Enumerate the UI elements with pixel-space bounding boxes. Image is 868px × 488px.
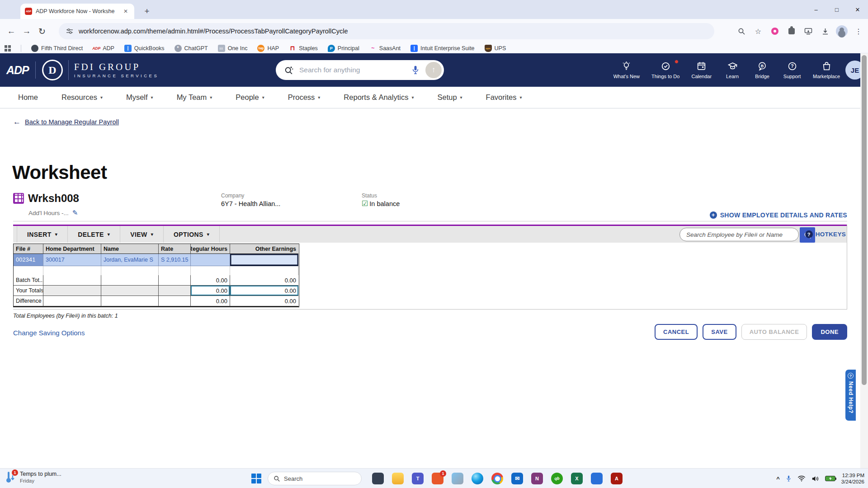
quickbooks-app-icon[interactable]: qb — [551, 473, 563, 484]
cell-other-earnings-selected[interactable] — [230, 254, 298, 266]
remote-desktop-icon[interactable] — [591, 473, 603, 484]
browser-devices-icon[interactable] — [802, 24, 815, 38]
whats-new-button[interactable]: What's New — [613, 61, 640, 79]
bookmark-principal[interactable]: PPrincipal — [328, 45, 359, 52]
file-explorer-icon[interactable] — [392, 473, 404, 484]
taskbar-search-field[interactable] — [268, 472, 362, 485]
employee-search-field[interactable] — [679, 228, 799, 241]
back-to-manage-payroll-link[interactable]: ← Back to Manage Regular Payroll — [13, 117, 119, 127]
bookmark-adp[interactable]: ADPADP — [93, 45, 114, 52]
nav-setup[interactable]: Setup▾ — [437, 93, 462, 102]
col-header-name[interactable]: Name — [101, 244, 159, 254]
bridge-button[interactable]: B Bridge — [753, 61, 771, 79]
speaker-icon[interactable] — [811, 475, 819, 482]
downloads-icon[interactable] — [818, 24, 832, 38]
delete-menu-button[interactable]: DELETE▾ — [68, 226, 120, 243]
microphone-tray-icon[interactable] — [786, 475, 792, 483]
terminal-app-icon[interactable] — [372, 473, 384, 484]
bookmark-staples[interactable]: ⊓Staples — [289, 45, 318, 52]
taskbar-search-input[interactable] — [284, 475, 347, 482]
wifi-icon[interactable] — [797, 475, 806, 482]
employee-search-input[interactable] — [686, 231, 792, 238]
battery-charging-icon[interactable] — [825, 476, 835, 481]
learn-button[interactable]: Learn — [723, 61, 741, 79]
extensions-puzzle-icon[interactable] — [785, 24, 798, 38]
show-employee-details-link[interactable]: + SHOW EMPLOYEE DETAILS AND RATES — [710, 211, 847, 219]
onenote-icon[interactable]: N — [531, 473, 543, 484]
page-scrollbar[interactable] — [860, 53, 868, 468]
col-header-regular-hours[interactable]: Regular Hours — [191, 244, 230, 254]
windows-start-button[interactable] — [251, 474, 261, 483]
bookmark-quickbooks[interactable]: |QuickBooks — [124, 45, 165, 52]
apps-grid-icon[interactable] — [5, 45, 11, 52]
adp-logo[interactable]: ADP — [6, 64, 29, 77]
change-saving-options-link[interactable]: Change Saving Options — [13, 329, 85, 337]
view-menu-button[interactable]: VIEW▾ — [120, 226, 164, 243]
support-button[interactable]: ? Support — [783, 61, 801, 79]
hidden-icons-chevron[interactable]: ^ — [776, 475, 780, 482]
cell-file-number[interactable]: 002341 — [14, 254, 43, 266]
outlook-icon[interactable]: ✉ — [511, 473, 523, 484]
address-bar[interactable]: workforcenow.adp.com/theme/admin.html#/P… — [59, 23, 714, 39]
bookmark-star-icon[interactable]: ☆ — [751, 24, 765, 38]
calendar-button[interactable]: Calendar — [691, 61, 712, 79]
scrollbar-thumb[interactable] — [862, 55, 867, 385]
cancel-button[interactable]: CANCEL — [655, 324, 698, 340]
bookmark-one-inc[interactable]: |||One Inc — [218, 45, 248, 52]
browser-forward-button[interactable]: → — [19, 23, 34, 39]
alert-app-icon[interactable]: 1 — [432, 473, 443, 484]
your-regular-hours-total[interactable]: 0.00 — [191, 286, 230, 296]
nav-home[interactable]: Home — [18, 93, 38, 102]
hotkeys-button[interactable]: ? HOTKEYS — [805, 230, 846, 238]
col-header-other-earnings[interactable]: Other Earnings — [230, 244, 298, 254]
tab-close-icon[interactable]: ✕ — [122, 7, 130, 15]
insert-menu-button[interactable]: INSERT▾ — [17, 226, 68, 243]
global-search-input[interactable] — [299, 66, 411, 74]
chrome-browser-icon[interactable] — [491, 473, 503, 484]
browser-menu-kebab-icon[interactable]: ⋮ — [852, 24, 865, 38]
edit-pencil-icon[interactable]: ✎ — [72, 209, 78, 217]
bookmark-chatgpt[interactable]: *ChatGPT — [175, 45, 208, 52]
browser-tab[interactable]: ADP ADP Workforce Now - Workshe ✕ — [20, 4, 134, 19]
bookmark-saasant[interactable]: ~SaasAnt — [369, 45, 401, 52]
bookmark-ups[interactable]: upsUPS — [485, 45, 506, 52]
save-button[interactable]: SAVE — [703, 324, 736, 340]
nav-process[interactable]: Process▾ — [288, 93, 321, 102]
bookmark-hap[interactable]: hapHAP — [257, 45, 279, 52]
cell-name[interactable]: Jordan, EvaMarie S — [101, 254, 159, 266]
your-other-earnings-total[interactable]: 0.00 — [230, 286, 298, 296]
excel-icon[interactable]: X — [571, 473, 583, 484]
edge-browser-icon[interactable] — [472, 473, 483, 484]
nav-people[interactable]: People▾ — [236, 93, 264, 102]
nav-favorites[interactable]: Favorites▾ — [486, 93, 522, 102]
cell-rate[interactable]: S 2,910.15 — [159, 254, 191, 266]
nav-resources[interactable]: Resources▾ — [61, 93, 103, 102]
acrobat-icon[interactable]: A — [611, 473, 623, 484]
photos-app-icon[interactable] — [452, 473, 463, 484]
browser-back-button[interactable]: ← — [4, 23, 19, 39]
things-to-do-button[interactable]: Things to Do — [651, 61, 679, 79]
teams-icon[interactable]: T — [412, 473, 424, 484]
done-button[interactable]: DONE — [812, 324, 847, 340]
new-tab-button[interactable]: + — [141, 5, 153, 17]
nav-my-team[interactable]: My Team▾ — [177, 93, 212, 102]
need-help-tab[interactable]: ? Need Help? — [845, 370, 856, 421]
site-info-icon[interactable] — [66, 28, 73, 35]
window-maximize-button[interactable]: □ — [826, 0, 847, 19]
global-search-bar[interactable]: ↑ — [276, 60, 444, 80]
bookmark-fifth-third-direct[interactable]: Fifth Third Direct — [31, 45, 83, 52]
browser-reload-button[interactable]: ↻ — [34, 23, 50, 39]
weather-widget[interactable]: 1 Temps to plum... Friday — [5, 471, 61, 485]
col-header-rate[interactable]: Rate — [159, 244, 191, 254]
marketplace-button[interactable]: Marketplace — [813, 61, 840, 79]
bookmark-intuit-enterprise-suite[interactable]: |Intuit Enterprise Suite — [410, 45, 475, 52]
cell-home-department[interactable]: 300017 — [43, 254, 101, 266]
window-close-button[interactable]: ✕ — [847, 0, 868, 19]
search-submit-button[interactable]: ↑ — [425, 62, 442, 78]
browser-profile-avatar[interactable] — [835, 24, 849, 38]
cell-regular-hours[interactable] — [191, 254, 230, 266]
nav-reports-analytics[interactable]: Reports & Analytics▾ — [344, 93, 414, 102]
nav-myself[interactable]: Myself▾ — [126, 93, 153, 102]
microphone-icon[interactable] — [411, 65, 420, 75]
pink-extension-icon[interactable] — [768, 24, 782, 38]
